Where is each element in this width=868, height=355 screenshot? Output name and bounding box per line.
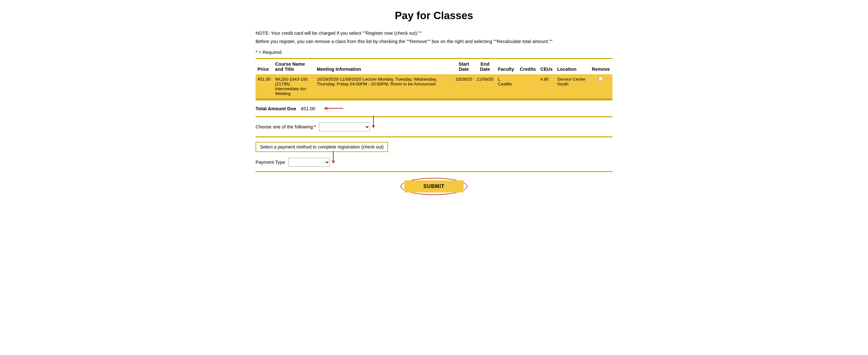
course-table: Price Course Name and Title Meeting Info…	[255, 59, 613, 98]
total-label: Total Amount Due	[255, 106, 296, 111]
cell-course: WLDG-1043-100 (21795)Intermediate Arc We…	[273, 74, 315, 98]
cell-credits	[518, 74, 538, 98]
col-header-faculty: Faculty	[496, 59, 518, 74]
cell-location: Service Center South	[555, 74, 590, 98]
course-table-wrapper: Price Course Name and Title Meeting Info…	[255, 58, 613, 99]
choose-label-text: Choose one of the following:	[255, 124, 314, 129]
payment-type-label: Payment Type	[255, 160, 285, 165]
svg-marker-1	[324, 107, 327, 110]
choose-dropdown[interactable]	[319, 122, 370, 131]
required-note: * = Required	[255, 50, 613, 55]
col-header-start: StartDate	[454, 59, 475, 74]
remove-checkbox[interactable]	[599, 77, 603, 81]
svg-marker-3	[372, 125, 375, 128]
red-arrow-annotation-2	[370, 114, 377, 130]
col-header-end: EndDate	[475, 59, 496, 74]
payment-method-box: Select a payment method to complete regi…	[255, 142, 388, 152]
submit-button[interactable]: SUBMIT	[404, 180, 464, 193]
page-title: Pay for Classes	[255, 9, 613, 22]
svg-marker-5	[332, 160, 335, 164]
choose-section: Choose one of the following:*	[255, 117, 613, 137]
col-header-course: Course Name and Title	[273, 59, 315, 74]
notes-section: NOTE: Your credit card will be charged i…	[255, 31, 613, 44]
cell-faculty: L. Castillo	[496, 74, 518, 98]
cell-price: 451.00	[255, 74, 273, 98]
cell-ceus: 4.80	[538, 74, 555, 98]
col-header-remove: Remove	[590, 59, 613, 74]
payment-section: Select a payment method to complete regi…	[255, 137, 613, 171]
cell-start: 10/29/20	[454, 74, 475, 98]
total-section: Total Amount Due 451.00	[255, 100, 613, 116]
note-1: NOTE: Your credit card will be charged i…	[255, 31, 613, 36]
payment-method-message: Select a payment method to complete regi…	[260, 144, 384, 149]
cell-meeting: 10/29/2020-11/09/2020 Lecture Monday, Tu…	[315, 74, 454, 98]
red-arrow-annotation-3	[330, 149, 337, 166]
col-header-location: Location	[555, 59, 590, 74]
choose-label: Choose one of the following:*	[255, 124, 316, 129]
note-2: Before you register, you can remove a cl…	[255, 39, 613, 44]
cell-remove[interactable]	[590, 74, 613, 98]
col-header-credits: Credits	[518, 59, 538, 74]
total-amount: 451.00	[301, 106, 315, 111]
col-header-price: Price	[255, 59, 273, 74]
submit-btn-wrapper: SUBMIT	[401, 178, 467, 195]
red-arrow-annotation-1	[321, 105, 346, 112]
cell-end: 11/09/20	[475, 74, 496, 98]
required-star: *	[314, 124, 316, 129]
col-header-meeting: Meeting Information	[315, 59, 454, 74]
payment-type-row: Payment Type	[255, 158, 613, 167]
submit-section: SUBMIT	[255, 172, 613, 198]
payment-type-dropdown[interactable]	[288, 158, 330, 167]
col-header-ceus: CEUs	[538, 59, 555, 74]
table-row: 451.00 WLDG-1043-100 (21795)Intermediate…	[255, 74, 613, 98]
